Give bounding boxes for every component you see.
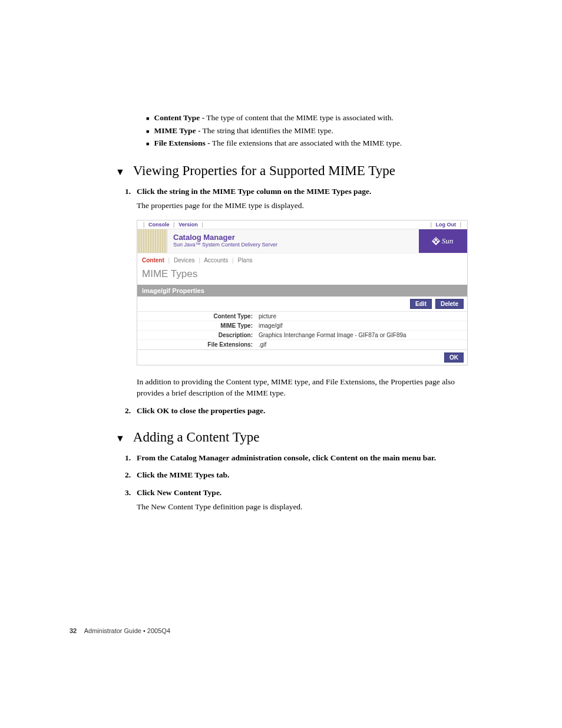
bullet-desc: The type of content that the MIME type i…	[204, 113, 394, 122]
banner-art	[137, 229, 167, 253]
heading-text: Adding a Content Type	[133, 430, 260, 445]
step-text: Click New Content Type.	[137, 487, 474, 499]
property-row: Content Type: picture	[137, 312, 467, 321]
numbered-list: 1. From the Catalog Manager administrati…	[137, 452, 474, 513]
button-row-bottom: OK	[137, 350, 467, 365]
list-item: 3. Click New Content Type.	[137, 487, 474, 499]
step-text: Click OK to close the properties page.	[137, 405, 474, 417]
numbered-list: 2. Click OK to close the properties page…	[137, 405, 474, 417]
delete-button[interactable]: Delete	[435, 299, 464, 309]
app-title: Catalog Manager	[173, 233, 413, 242]
bullet-term: Content Type -	[154, 113, 204, 122]
menu-accounts[interactable]: Accounts	[204, 257, 228, 263]
sun-logo: Sun	[419, 229, 467, 253]
menu-content[interactable]: Content	[142, 257, 164, 263]
main-menu-bar: Content | Devices | Accounts | Plans	[137, 253, 467, 266]
bullet-term: MIME Type -	[154, 126, 200, 135]
topbar-left: | Console | Version |	[141, 222, 206, 228]
bullet-list: ■ Content Type - The type of content tha…	[146, 112, 474, 149]
prop-value: picture	[259, 313, 464, 319]
version-link[interactable]: Version	[178, 222, 198, 228]
bullet-item: ■ Content Type - The type of content tha…	[146, 112, 474, 124]
step-number: 1.	[125, 186, 135, 197]
square-bullet-icon: ■	[146, 115, 149, 123]
prop-label: MIME Type:	[141, 322, 259, 329]
step-text: Click the MIME Types tab.	[137, 469, 474, 481]
menu-plans[interactable]: Plans	[237, 257, 252, 263]
topbar-right: | Log Out |	[428, 222, 464, 228]
top-nav-bar: | Console | Version | | Log Out |	[137, 220, 467, 229]
bullet-text: MIME Type - The string that identifies t…	[154, 125, 333, 137]
button-row-top: Edit Delete	[137, 297, 467, 312]
prop-value: Graphics Interchange Format Image - GIF8…	[259, 332, 464, 338]
bullet-desc: The string that identifies the MIME type…	[200, 126, 333, 135]
bullet-text: Content Type - The type of content that …	[154, 112, 393, 124]
bullet-term: File Extensions -	[154, 139, 210, 147]
list-item: 2. Click OK to close the properties page…	[137, 405, 474, 417]
prop-label: Description:	[141, 332, 259, 338]
logout-link[interactable]: Log Out	[435, 222, 456, 228]
property-row: MIME Type: image/gif	[137, 321, 467, 331]
square-bullet-icon: ■	[146, 128, 149, 136]
prop-label: File Extensions:	[141, 341, 259, 348]
list-item: 1. Click the string in the MIME Type col…	[137, 186, 474, 197]
body-paragraph: In addition to providing the Content typ…	[137, 376, 474, 399]
step-number: 3.	[125, 487, 135, 499]
triangle-down-icon: ▼	[115, 433, 125, 444]
page-title: MIME Types	[137, 266, 467, 285]
property-row: Description: Graphics Interchange Format…	[137, 331, 467, 340]
section-heading-adding: ▼ Adding a Content Type	[115, 430, 474, 445]
step-followup: The New Content Type definition page is …	[137, 501, 474, 513]
bullet-desc: The file extensions that are associated …	[210, 139, 402, 147]
sun-diamond-icon	[432, 237, 440, 245]
section-heading-viewing: ▼ Viewing Properties for a Supported MIM…	[115, 163, 474, 179]
edit-button[interactable]: Edit	[410, 299, 432, 309]
bullet-item: ■ File Extensions - The file extensions …	[146, 137, 474, 149]
heading-text: Viewing Properties for a Supported MIME …	[133, 163, 395, 179]
bullet-text: File Extensions - The file extensions th…	[154, 137, 402, 149]
console-link[interactable]: Console	[148, 222, 170, 228]
document-page: ■ Content Type - The type of content tha…	[0, 0, 562, 513]
prop-label: Content Type:	[141, 313, 259, 319]
step-number: 1.	[125, 452, 135, 464]
app-subtitle: Sun Java™ System Content Delivery Server	[173, 242, 413, 248]
property-row: File Extensions: .gif	[137, 340, 467, 350]
step-number: 2.	[125, 469, 135, 481]
menu-devices[interactable]: Devices	[174, 257, 195, 263]
banner: Catalog Manager Sun Java™ System Content…	[137, 229, 467, 253]
embedded-screenshot: | Console | Version | | Log Out | Catalo…	[137, 220, 468, 365]
step-followup: The properties page for the MIME type is…	[137, 200, 474, 212]
panel-header: image/gif Properties	[137, 285, 467, 297]
brand-text: Sun	[442, 236, 454, 246]
step-text: Click the string in the MIME Type column…	[137, 186, 474, 197]
step-text: From the Catalog Manager administration …	[137, 452, 474, 464]
banner-titles: Catalog Manager Sun Java™ System Content…	[167, 229, 419, 253]
triangle-down-icon: ▼	[115, 167, 125, 177]
prop-value: image/gif	[259, 322, 464, 329]
list-item: 2. Click the MIME Types tab.	[137, 469, 474, 481]
prop-value: .gif	[259, 341, 464, 348]
bullet-item: ■ MIME Type - The string that identifies…	[146, 125, 474, 137]
square-bullet-icon: ■	[146, 140, 149, 148]
list-item: 1. From the Catalog Manager administrati…	[137, 452, 474, 464]
step-number: 2.	[125, 405, 135, 417]
ok-button[interactable]: OK	[444, 353, 464, 363]
numbered-list: 1. Click the string in the MIME Type col…	[137, 186, 474, 212]
